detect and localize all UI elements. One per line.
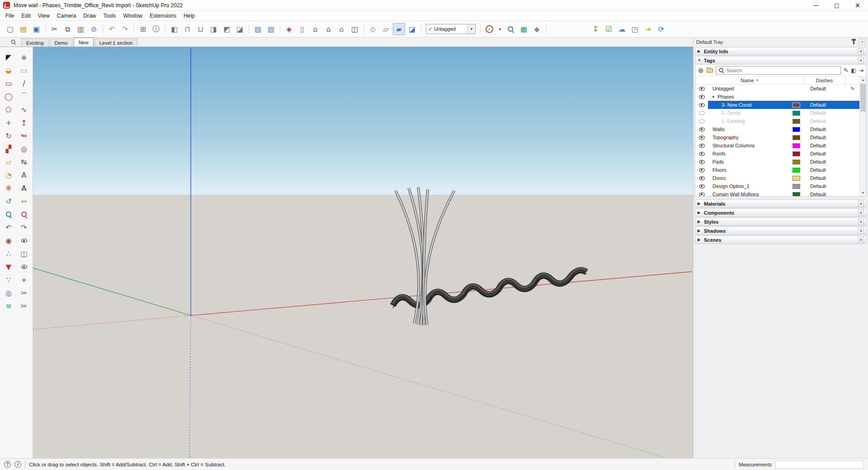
visibility-eye-icon[interactable] <box>699 168 705 172</box>
tab-new[interactable]: New <box>74 38 94 47</box>
tag-folder-row[interactable]: ▼Phases <box>695 93 859 101</box>
maximize-button[interactable]: □ <box>826 0 847 10</box>
import-button[interactable]: ↧ <box>590 23 602 35</box>
visibility-eye-icon[interactable] <box>699 136 705 140</box>
panel-materials[interactable]: ▶Materials× <box>695 199 867 208</box>
view-eye-tool[interactable] <box>17 260 31 273</box>
visibility-eye-icon[interactable] <box>699 144 705 148</box>
menu-window[interactable]: Window <box>120 11 146 20</box>
tag-row[interactable]: UntaggedDefault✎ <box>695 85 859 93</box>
measurements-input[interactable] <box>775 461 864 469</box>
tag-row[interactable]: Design Option_1Default <box>695 182 859 190</box>
folder-expand-icon[interactable]: ▼ <box>712 95 715 99</box>
paint-bucket-tool[interactable]: ◒ <box>2 64 15 77</box>
layers-tool-tool[interactable]: ≋ <box>2 300 15 313</box>
visibility-eye-icon[interactable] <box>699 160 705 164</box>
panel-components[interactable]: ▶Components× <box>695 208 867 217</box>
copy-button[interactable]: ⧉ <box>61 23 74 35</box>
viewport[interactable] <box>33 47 693 458</box>
drop-pin-tool[interactable]: ▼ <box>2 260 15 273</box>
tape-measure-tool[interactable]: ▱ <box>2 155 15 169</box>
rectangle-tool[interactable]: ▭ <box>2 77 15 90</box>
save-button[interactable]: ▣ <box>30 23 42 35</box>
tag-color-swatch[interactable] <box>793 127 800 132</box>
next-view-tool[interactable]: ↷ <box>17 221 31 234</box>
tag-color-swatch[interactable] <box>793 143 800 148</box>
visibility-off-icon[interactable] <box>699 119 705 123</box>
component-button[interactable]: ◈ <box>283 23 295 35</box>
look-around-tool[interactable] <box>17 234 31 247</box>
orbit-tool[interactable]: ↺ <box>2 195 15 208</box>
check-model-button[interactable]: ☑ <box>603 23 615 35</box>
minimize-button[interactable]: — <box>806 0 826 10</box>
close-panel-button[interactable]: × <box>858 237 864 243</box>
tag-row[interactable]: 3- New ConstDefault <box>695 101 859 109</box>
edit-dashes-button[interactable]: ✎ <box>844 67 849 74</box>
section-plane-button[interactable]: ◇ <box>367 23 379 35</box>
close-panel-button[interactable]: × <box>858 228 864 234</box>
zoom-extents-tool[interactable] <box>17 208 31 221</box>
outer-shell-button[interactable]: ◧ <box>168 23 180 35</box>
tab-level-1-section[interactable]: Level 1 section <box>94 38 137 47</box>
extension-warehouse-button[interactable]: ⌂ <box>335 23 348 35</box>
previous-view-tool[interactable]: ↶ <box>2 221 15 234</box>
dimension-tool[interactable]: ↹ <box>17 155 31 169</box>
tag-row[interactable]: Curtain Wall MullionsDefault <box>695 190 859 196</box>
visibility-eye-icon[interactable] <box>699 193 705 197</box>
add-tag-button[interactable]: ⊕ <box>698 66 704 75</box>
scene-search-icon[interactable] <box>11 39 16 44</box>
help-icon[interactable]: ? <box>4 461 11 468</box>
purge-tags-button[interactable]: ◧ <box>851 67 856 74</box>
close-panel-button[interactable]: × <box>858 48 864 54</box>
share-model-button[interactable]: ⌂ <box>322 23 335 35</box>
panel-styles[interactable]: ▶Styles× <box>695 217 867 226</box>
solar-north-tool[interactable]: ◎ <box>2 287 15 300</box>
panel-scenes[interactable]: ▶Scenes× <box>695 235 867 244</box>
zoom-selection-button[interactable] <box>505 23 517 35</box>
tag-color-swatch[interactable] <box>793 176 800 181</box>
menu-view[interactable]: View <box>34 11 53 20</box>
tab-existing[interactable]: Existing <box>21 38 49 47</box>
polygon-tool[interactable]: ⬠ <box>2 103 15 116</box>
text-tool[interactable]: A <box>17 169 31 182</box>
check-validity-button[interactable]: ✓ <box>483 23 495 35</box>
cut-button[interactable]: ✂ <box>48 23 61 35</box>
union-button[interactable]: ⊔ <box>194 23 207 35</box>
panel-shadows[interactable]: ▶Shadows× <box>695 226 867 235</box>
visibility-eye-icon[interactable] <box>699 103 705 107</box>
line-tool[interactable]: ∕ <box>17 77 31 90</box>
follow-me-tool[interactable]: ↬ <box>17 129 31 142</box>
eraser-tool[interactable]: ▭ <box>17 64 31 77</box>
offset-tool[interactable]: ◎ <box>17 142 31 155</box>
split-button[interactable]: ◪ <box>234 23 246 35</box>
axes-tool[interactable]: ※ <box>2 182 15 195</box>
position-camera-tool[interactable]: ◉ <box>2 234 15 247</box>
erase-button[interactable]: ⊘ <box>88 23 100 35</box>
add-tag-folder-button[interactable] <box>707 68 713 73</box>
tag-color-swatch[interactable] <box>793 151 800 156</box>
tag-color-swatch[interactable] <box>793 135 800 140</box>
classifier-dropdown-button[interactable]: ▾ <box>496 23 504 35</box>
edit-pencil-icon[interactable]: ✎ <box>850 86 854 92</box>
model-info-button[interactable]: ⓘ <box>150 23 162 35</box>
info-icon[interactable]: i <box>14 461 21 468</box>
scroll-down-button[interactable]: ▼ <box>860 189 866 196</box>
walk-feet-tool[interactable]: ∵ <box>2 273 15 287</box>
pin-icon[interactable] <box>853 40 854 44</box>
menu-draw[interactable]: Draw <box>80 11 100 20</box>
new-button[interactable]: ▢ <box>4 23 16 35</box>
select-tool[interactable]: ◤ <box>2 51 15 64</box>
tab-demo[interactable]: Demo <box>50 38 73 47</box>
tag-row[interactable]: FloorsDefault <box>695 166 859 174</box>
visibility-off-icon[interactable] <box>699 111 705 115</box>
close-panel-button[interactable]: × <box>858 201 864 207</box>
tag-row[interactable]: TopographyDefault <box>695 133 859 141</box>
tags-scrollbar[interactable]: ▲ ▼ <box>859 76 866 196</box>
tag-row[interactable]: Structural ColumnsDefault <box>695 141 859 150</box>
rotate-tool[interactable]: ↻ <box>2 129 15 142</box>
tag-color-swatch[interactable] <box>793 168 800 173</box>
tag-filter-dropdown[interactable]: ✓Untagged▾ <box>426 24 476 34</box>
push-pull-tool[interactable]: ↥ <box>17 116 31 129</box>
tag-row[interactable]: 2- DemoDefault <box>695 109 859 117</box>
x-ray-button[interactable]: ▨ <box>252 23 264 35</box>
